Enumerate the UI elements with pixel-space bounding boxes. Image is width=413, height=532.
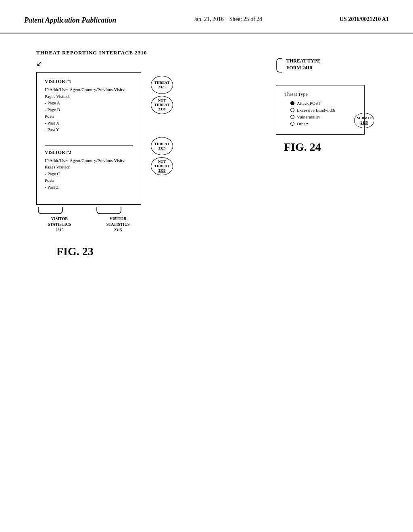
radio-attack-post[interactable] [290, 101, 294, 105]
option-other-label: Other: [297, 121, 308, 126]
not-threat-num-2: 2330 [159, 168, 166, 173]
visitor2-name: VISITOR #2 [45, 150, 133, 156]
radio-excessive-bandwidth[interactable] [290, 108, 294, 112]
visitor1-brace-svg [36, 206, 83, 215]
threat-form-box: Threat Type Attack POST Excessive Bandwi… [276, 85, 365, 135]
threat-num-2: 2325 [159, 146, 166, 151]
arrow-left: ↙ [36, 59, 42, 68]
threat-type-brace-svg [276, 58, 284, 82]
visitor1-name: VISITOR #1 [45, 79, 133, 85]
option-attack-post[interactable]: Attack POST [290, 101, 356, 106]
option-other[interactable]: Other: [290, 121, 356, 126]
patent-publication-title: Patent Application Publication [24, 16, 116, 24]
option-excessive-bandwidth[interactable]: Excessive Bandwidth [290, 108, 356, 112]
threat-form-options: Attack POST Excessive Bandwidth Vulnerab… [290, 101, 356, 126]
visitor1-page-a: - Page A [45, 100, 133, 106]
threat-type-title2: FORM 2410 [286, 65, 312, 71]
not-threat-label-1: NOT [158, 98, 166, 103]
header-left: Patent Application Publication [24, 16, 116, 25]
threat-type-form-row: Threat Type [284, 91, 356, 98]
visitor1-ip: IP Addr/User-Agent/Country/Previous Visi… [45, 86, 133, 93]
visitor2-not-threat-bubble: NOT THREAT 2330 [151, 157, 173, 175]
visitor1-block: VISITOR #1 IP Addr/User-Agent/Country/Pr… [45, 79, 133, 133]
visitor1-not-threat-bubble: NOT THREAT 2330 [151, 96, 173, 114]
visitor2-posts-label: Posts [45, 177, 133, 184]
page-header: Patent Application Publication Jan. 21, … [0, 0, 413, 33]
visitor1-stats-label: VISITORSTATISTICS2315 [48, 216, 71, 233]
not-threat-label-1b: THREAT [154, 103, 169, 107]
header-right: US 2016/0021210 A1 [340, 16, 389, 23]
pub-date: Jan. 21, 2016 [194, 16, 224, 22]
header-center: Jan. 21, 2016 Sheet 25 of 28 [194, 16, 262, 23]
visitor1-bubbles: THREAT 2325 NOT THREAT 2330 [151, 76, 173, 114]
option-attack-post-label: Attack POST [297, 101, 321, 106]
not-threat-label-2b: THREAT [154, 164, 169, 168]
visitors-container: VISITOR #1 IP Addr/User-Agent/Country/Pr… [36, 72, 141, 205]
visitor1-posts-label: Posts [45, 113, 133, 120]
submit-label: SUBMIT [357, 116, 371, 121]
visitor2-pages-label: Pages Visited: [45, 164, 133, 170]
visitor2-ip: IP Addr/User-Agent/Country/Previous Visi… [45, 157, 133, 164]
visitor1-stats: VISITORSTATISTICS2315 [36, 206, 83, 233]
option-excessive-bandwidth-label: Excessive Bandwidth [297, 108, 335, 112]
radio-other[interactable] [290, 122, 294, 126]
visitor1-post-x: - Post X [45, 120, 133, 127]
option-vulnerability-label: Vulnerability [297, 114, 320, 119]
patent-number: US 2016/0021210 A1 [340, 16, 389, 22]
threat-label-2: THREAT [154, 142, 169, 146]
visitor-stats-braces: VISITORSTATISTICS2315 VISITORSTATISTICS2… [36, 206, 141, 233]
visitor2-stats-label: VISITORSTATISTICS2315 [106, 216, 129, 233]
threat-num-1: 2325 [159, 85, 166, 89]
fig24-label: FIG. 24 [284, 141, 321, 154]
visitor1-stats-num: 2315 [56, 228, 64, 232]
visitor1-pages-label: Pages Visited: [45, 93, 133, 100]
visitor2-stats-num: 2315 [114, 228, 122, 232]
not-threat-label-2: NOT [158, 160, 166, 164]
visitor1-page-b: - Page B [45, 106, 133, 113]
submit-num: 2415 [361, 121, 368, 125]
main-content: THREAT REPORTING INTERFACE 2310 ↙ VISITO… [0, 33, 413, 274]
visitor2-page-c: - Page C [45, 170, 133, 177]
not-threat-num-1: 2330 [159, 107, 166, 112]
visitor2-threat-bubble: THREAT 2325 [151, 137, 173, 155]
threat-type-title1: THREAT TYPE [286, 58, 320, 64]
option-vulnerability[interactable]: Vulnerability [290, 114, 356, 119]
visitor2-post-z: - Post Z [45, 184, 133, 191]
visitor1-threat-bubble: THREAT 2325 [151, 76, 173, 94]
threat-label-1: THREAT [154, 81, 169, 85]
visitor-divider [45, 145, 133, 145]
visitor2-brace-svg [95, 206, 141, 215]
threat-reporting-label: THREAT REPORTING INTERFACE 2310 [36, 50, 147, 56]
visitor2-block: VISITOR #2 IP Addr/User-Agent/Country/Pr… [45, 150, 133, 191]
threat-type-header: THREAT TYPE FORM 2410 [276, 58, 320, 82]
fig23-label: FIG. 23 [56, 245, 94, 258]
threat-type-label: THREAT TYPE FORM 2410 [286, 58, 320, 71]
submit-bubble[interactable]: SUBMIT 2415 [354, 113, 374, 128]
radio-vulnerability[interactable] [290, 115, 294, 119]
threat-type-field-label: Threat Type [284, 91, 313, 98]
sheet-info: Sheet 25 of 28 [229, 16, 262, 22]
fig24-area: THREAT TYPE FORM 2410 Threat Type Attack… [276, 58, 389, 258]
visitor2-stats: VISITORSTATISTICS2315 [95, 206, 141, 233]
visitor2-bubbles: THREAT 2325 NOT THREAT 2330 [151, 137, 173, 175]
visitor1-post-y: - Post Y [45, 126, 133, 133]
fig23-area: THREAT REPORTING INTERFACE 2310 ↙ VISITO… [24, 50, 227, 258]
